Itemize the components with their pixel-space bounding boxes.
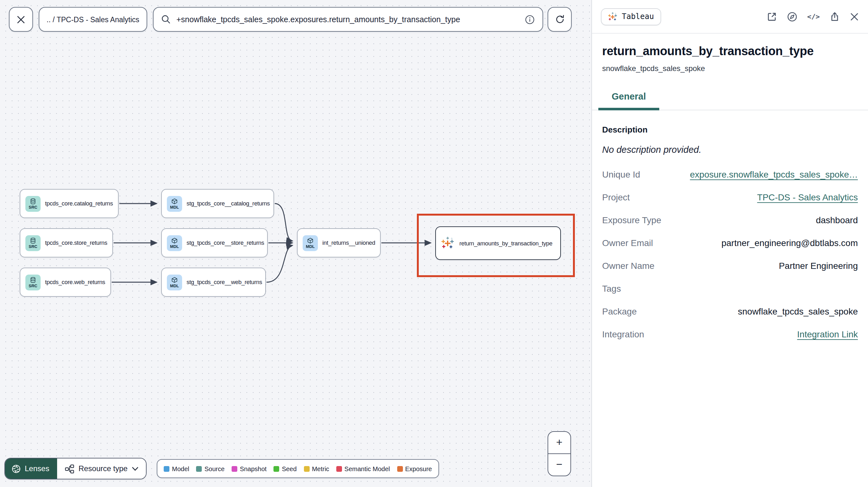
unique-id-link[interactable]: exposure.snowflake_tpcds_sales_spoke… (690, 169, 858, 180)
detail-row-exposure-type: Exposure Type dashboard (602, 208, 858, 231)
close-icon (849, 12, 859, 21)
zoom-out-button[interactable]: − (548, 453, 570, 476)
node-label: tpcds_core.web_returns (45, 279, 105, 285)
node-type-badge: SRC (29, 205, 37, 209)
legend-item: Metric (304, 465, 329, 472)
legend-label: Metric (312, 465, 329, 472)
lenses-label: Lenses (25, 464, 49, 473)
source-icon: SRC (25, 196, 41, 212)
node-type-badge: MDL (306, 245, 315, 249)
detail-row-integration: Integration Integration Link (602, 323, 858, 346)
legend-swatch (336, 466, 342, 472)
node-source-catalog-returns[interactable]: SRC tpcds_core.catalog_returns (20, 189, 119, 218)
search-icon (161, 14, 171, 24)
panel-body: Description No description provided. Uni… (592, 125, 868, 346)
cube-icon (171, 237, 178, 244)
tab-general[interactable]: General (598, 91, 659, 110)
panel-header-icons: </> (767, 11, 859, 22)
chevron-down-icon (132, 466, 138, 471)
plus-icon: + (556, 436, 562, 449)
resource-type-label: Resource type (79, 464, 127, 473)
node-label: stg_tpcds_core__catalog_returns (187, 200, 270, 207)
detail-value: snowflake_tpcds_sales_spoke (738, 306, 858, 317)
source-icon: SRC (25, 235, 41, 251)
legend-item: Source (196, 465, 225, 472)
share-button[interactable] (829, 11, 840, 22)
share-icon (829, 11, 840, 22)
tableau-badge[interactable]: Tableau (601, 8, 661, 25)
legend-swatch (274, 466, 279, 472)
tableau-icon (441, 236, 454, 250)
database-icon (30, 277, 36, 284)
detail-label: Package (602, 306, 637, 317)
detail-label: Project (602, 192, 630, 202)
legend-item: Model (164, 465, 189, 472)
node-source-store-returns[interactable]: SRC tpcds_core.store_returns (20, 228, 113, 257)
panel-tabs: General (592, 91, 868, 110)
node-source-web-returns[interactable]: SRC tpcds_core.web_returns (20, 268, 111, 297)
detail-row-project: Project TPC-DS - Sales Analytics (602, 186, 858, 208)
resource-legend: Model Source Snapshot Seed Metric Semant… (157, 459, 439, 478)
detail-value: Partner Engineering (779, 261, 858, 271)
details-panel-header: Tableau </> (592, 0, 868, 34)
legend-swatch (231, 466, 237, 472)
search-bar[interactable] (153, 7, 543, 32)
detail-row-tags: Tags (602, 277, 858, 300)
breadcrumb[interactable]: .. / TPC-DS - Sales Analytics (39, 7, 147, 32)
detail-label: Owner Email (602, 238, 653, 248)
legend-label: Model (172, 465, 189, 472)
open-external-button[interactable] (767, 11, 777, 22)
package-subtitle: snowflake_tpcds_sales_spoke (602, 64, 858, 73)
node-model-stg-store-returns[interactable]: MDL stg_tpcds_core__store_returns (161, 228, 268, 257)
legend-item: Snapshot (231, 465, 267, 472)
legend-item: Exposure (397, 465, 432, 472)
node-type-badge: MDL (170, 205, 179, 209)
refresh-icon (554, 14, 565, 25)
node-exposure-return-amounts[interactable]: return_amounts_by_transaction_type (435, 226, 561, 260)
close-icon (17, 15, 25, 24)
resource-type-button[interactable]: Resource type (57, 458, 146, 479)
node-label: tpcds_core.catalog_returns (45, 200, 113, 207)
code-button[interactable]: </> (807, 12, 820, 21)
breadcrumb-label: .. / TPC-DS - Sales Analytics (46, 15, 139, 23)
explore-button[interactable] (787, 11, 798, 22)
project-link[interactable]: TPC-DS - Sales Analytics (757, 192, 858, 202)
node-model-stg-catalog-returns[interactable]: MDL stg_tpcds_core__catalog_returns (161, 189, 274, 218)
node-label: tpcds_core.store_returns (45, 240, 107, 246)
close-panel-button[interactable] (849, 12, 859, 21)
integration-link[interactable]: Integration Link (797, 329, 858, 339)
page-title: return_amounts_by_transaction_type (602, 44, 858, 58)
legend-swatch (164, 466, 169, 472)
legend-swatch (196, 466, 202, 472)
legend-label: Snapshot (240, 465, 267, 472)
lineage-canvas[interactable]: SRC tpcds_core.catalog_returns SRC tpcds… (0, 0, 591, 487)
aperture-icon (11, 464, 21, 474)
cube-icon (171, 198, 178, 205)
search-input[interactable] (176, 15, 519, 24)
zoom-in-button[interactable]: + (548, 432, 570, 453)
cube-icon (307, 237, 313, 244)
legend-label: Exposure (405, 465, 432, 472)
model-icon: MDL (303, 235, 318, 251)
node-model-stg-web-returns[interactable]: MDL stg_tpcds_core__web_returns (161, 268, 266, 297)
node-label: stg_tpcds_core__web_returns (187, 279, 262, 285)
detail-label: Exposure Type (602, 215, 661, 225)
external-link-icon (767, 11, 777, 22)
node-label: return_amounts_by_transaction_type (459, 240, 552, 246)
legend-label: Seed (282, 465, 297, 472)
info-icon[interactable] (525, 14, 535, 24)
detail-label: Tags (602, 284, 621, 294)
lenses-button[interactable]: Lenses (5, 458, 57, 479)
close-lineage-button[interactable] (9, 7, 33, 32)
detail-label: Owner Name (602, 261, 654, 271)
model-icon: MDL (167, 235, 182, 251)
model-icon: MDL (167, 274, 182, 290)
legend-label: Semantic Model (344, 465, 390, 472)
refresh-button[interactable] (548, 7, 572, 32)
node-model-int-returns-unioned[interactable]: MDL int_returns__unioned (297, 228, 381, 257)
detail-row-unique-id: Unique Id exposure.snowflake_tpcds_sales… (602, 163, 858, 186)
node-label: stg_tpcds_core__store_returns (187, 240, 264, 246)
description-header: Description (602, 125, 858, 134)
zoom-control: + − (548, 431, 571, 476)
detail-value: dashboard (816, 215, 858, 225)
